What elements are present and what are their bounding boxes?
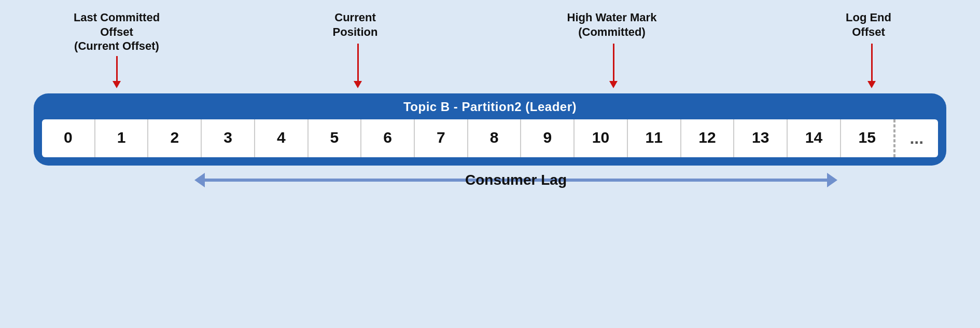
label-current-position: Current Position bbox=[314, 10, 397, 39]
arrow-line-4 bbox=[871, 44, 873, 81]
arrow-line-1 bbox=[116, 56, 118, 81]
diagram-container: Last Committed Offset (Current Offset) C… bbox=[0, 0, 980, 328]
arrow-head-4 bbox=[867, 81, 876, 88]
arrow-head-left-icon bbox=[194, 173, 205, 187]
consumer-lag-label: Consumer Lag bbox=[465, 172, 567, 188]
label-log-end-offset: Log End Offset bbox=[827, 10, 910, 39]
label-high-water-mark: High Water Mark (Committed) bbox=[557, 10, 666, 39]
cell-12: 12 bbox=[681, 119, 735, 157]
arrow-head-right-icon bbox=[827, 173, 837, 187]
cell-13: 13 bbox=[734, 119, 788, 157]
partition-title: Topic B - Partition2 (Leader) bbox=[42, 100, 938, 114]
arrow-line-2 bbox=[357, 44, 359, 81]
cell-ellipsis: ... bbox=[894, 119, 939, 157]
cell-5: 5 bbox=[309, 119, 362, 157]
consumer-lag-row: Consumer Lag bbox=[34, 173, 946, 187]
cell-1: 1 bbox=[95, 119, 149, 157]
cell-10: 10 bbox=[575, 119, 628, 157]
arrow-head-1 bbox=[113, 81, 121, 88]
labels-row: Last Committed Offset (Current Offset) C… bbox=[34, 10, 946, 93]
label-last-committed-offset: Last Committed Offset (Current Offset) bbox=[65, 10, 169, 53]
arrow-log-end-offset bbox=[867, 44, 876, 88]
cell-9: 9 bbox=[521, 119, 575, 157]
arrow-last-committed-offset bbox=[113, 56, 121, 88]
arrow-line-3 bbox=[613, 44, 614, 81]
cells-row: 0 1 2 3 4 5 6 7 8 9 10 11 12 13 14 15 ..… bbox=[42, 119, 938, 157]
cell-7: 7 bbox=[415, 119, 468, 157]
arrow-high-water-mark bbox=[609, 44, 618, 88]
cell-3: 3 bbox=[202, 119, 255, 157]
cell-11: 11 bbox=[628, 119, 681, 157]
cell-8: 8 bbox=[468, 119, 522, 157]
cell-2: 2 bbox=[148, 119, 202, 157]
arrow-line-horizontal: Consumer Lag bbox=[205, 179, 827, 182]
cell-0: 0 bbox=[42, 119, 95, 157]
cell-15: 15 bbox=[841, 119, 894, 157]
cell-6: 6 bbox=[361, 119, 415, 157]
arrow-head-3 bbox=[609, 81, 618, 88]
cell-14: 14 bbox=[788, 119, 841, 157]
arrow-head-2 bbox=[354, 81, 362, 88]
arrow-current-position bbox=[354, 44, 362, 88]
partition-bar: Topic B - Partition2 (Leader) 0 1 2 3 4 … bbox=[34, 93, 946, 166]
cell-4: 4 bbox=[255, 119, 309, 157]
consumer-lag-arrow: Consumer Lag bbox=[194, 173, 837, 187]
